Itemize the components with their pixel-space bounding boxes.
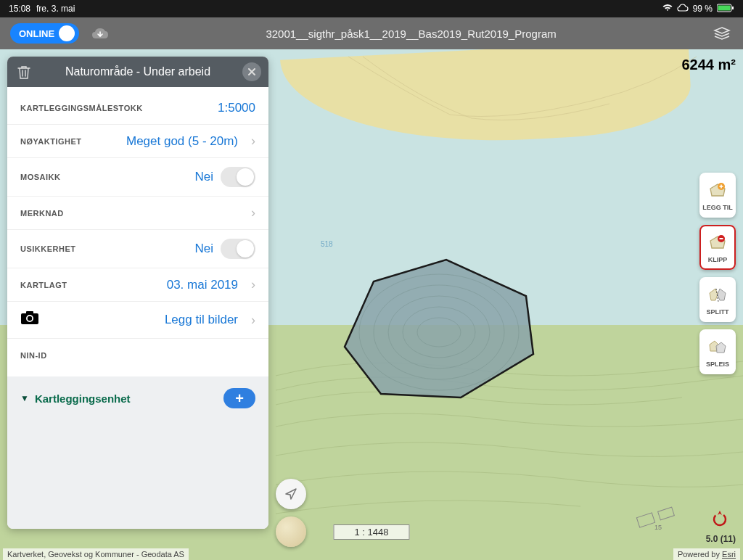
attribution-left: Kartverket, Geovekst og Kommuner - Geoda…	[3, 548, 189, 560]
note-label: MERKNAD	[20, 209, 245, 218]
section-title: Kartleggingsenhet	[35, 392, 223, 405]
svg-rect-8	[636, 513, 654, 527]
chevron-right-icon: ›	[251, 277, 255, 292]
uncertainty-label: USIKKERHET	[20, 244, 194, 253]
svg-rect-2	[732, 7, 734, 9]
map-scale: 1 : 1448	[334, 524, 410, 540]
battery-icon	[717, 4, 734, 15]
add-unit-button[interactable]: +	[223, 388, 255, 408]
delete-button[interactable]	[15, 62, 33, 81]
svg-rect-14	[26, 311, 33, 314]
layers-button[interactable]	[711, 22, 733, 44]
panel-fill	[7, 420, 268, 529]
mosaic-label: MOSAIKK	[20, 173, 194, 181]
cloud-sync-icon	[677, 4, 689, 15]
accuracy-label: NØYAKTIGHET	[20, 137, 126, 146]
chevron-right-icon: ›	[251, 313, 255, 328]
status-date: fre. 3. mai	[36, 4, 75, 14]
project-title: 32001__sigthr_påsk1__2019__Bas2019_Rut20…	[111, 28, 711, 40]
row-accuracy[interactable]: NØYAKTIGHET Meget god (5 - 20m) ›	[7, 125, 268, 158]
mapped-value: 03. mai 2019	[167, 278, 238, 292]
chevron-right-icon: ›	[251, 133, 255, 149]
scale-value: 1:5000	[218, 101, 255, 115]
selected-polygon[interactable]	[330, 252, 548, 405]
online-toggle[interactable]: ONLINE	[10, 23, 79, 44]
float-buttons	[276, 479, 306, 547]
basemap-button[interactable]	[276, 516, 306, 547]
tool-add[interactable]: LEGG TIL	[699, 173, 736, 218]
cloud-download-button[interactable]	[89, 22, 111, 44]
row-scale[interactable]: KARTLEGGINGSMÅLESTOKK 1:5000	[7, 91, 268, 125]
accuracy-value: Meget god (5 - 20m)	[126, 134, 238, 149]
add-polygon-icon	[707, 180, 728, 202]
tool-split[interactable]: SPLITT	[699, 277, 736, 322]
tool-add-label: LEGG TIL	[702, 204, 733, 211]
tool-merge[interactable]: SPLEIS	[699, 329, 736, 374]
row-nin: NIN-ID	[7, 339, 268, 372]
feature-panel: Naturområde - Under arbeid KARTLEGGINGSM…	[7, 57, 268, 529]
tool-merge-label: SPLEIS	[706, 361, 729, 368]
row-mosaic: MOSAIKK Nei	[7, 158, 268, 197]
wifi-icon	[662, 4, 673, 15]
top-toolbar: ONLINE 32001__sigthr_påsk1__2019__Bas201…	[0, 17, 743, 49]
panel-section[interactable]: ▼ Kartleggingsenhet +	[7, 376, 268, 420]
camera-icon	[20, 310, 39, 329]
mosaic-value: Nei	[194, 170, 213, 184]
svg-point-13	[28, 316, 32, 321]
panel-title: Naturområde - Under arbeid	[33, 65, 242, 78]
row-mapped[interactable]: KARTLAGT 03. mai 2019 ›	[7, 268, 268, 302]
clip-polygon-icon	[707, 232, 728, 254]
online-label: ONLINE	[19, 28, 54, 39]
main-area: 518 15 6244 m² Naturområde -	[0, 49, 743, 560]
tool-split-label: SPLITT	[707, 308, 729, 316]
row-uncertainty: USIKKERHET Nei	[7, 230, 268, 268]
attribution-right: Powered by Esri	[673, 548, 740, 560]
svg-rect-9	[658, 507, 675, 520]
battery-percent: 99 %	[693, 4, 713, 14]
tool-clip-label: KLIPP	[708, 256, 728, 263]
svg-rect-17	[720, 238, 723, 239]
close-button[interactable]	[242, 62, 261, 81]
tool-clip[interactable]: KLIPP	[699, 225, 736, 270]
caret-down-icon: ▼	[20, 393, 29, 403]
row-photos[interactable]: Legg til bilder ›	[7, 302, 268, 339]
panel-body: KARTLEGGINGSMÅLESTOKK 1:5000 NØYAKTIGHET…	[7, 87, 268, 376]
chevron-right-icon: ›	[251, 205, 255, 221]
status-bar: 15:08 fre. 3. mai 99 %	[0, 0, 743, 17]
split-polygon-icon	[707, 284, 728, 306]
compass-value: 5.0 (11)	[706, 534, 736, 544]
svg-text:15: 15	[654, 524, 662, 531]
svg-rect-1	[718, 5, 731, 10]
map-buildings: 15	[634, 502, 678, 531]
map-tools: LEGG TIL KLIPP SPLITT SPLEIS	[699, 173, 736, 374]
esri-link[interactable]: Esri	[722, 550, 736, 559]
mosaic-toggle[interactable]	[221, 167, 255, 187]
row-note[interactable]: MERKNAD ›	[7, 197, 268, 230]
panel-header: Naturområde - Under arbeid	[7, 57, 268, 87]
online-knob	[59, 25, 75, 41]
nin-label: NIN-ID	[20, 351, 255, 360]
compass-button[interactable]	[711, 509, 728, 531]
locate-button[interactable]	[276, 479, 306, 509]
depth-label: 518	[321, 240, 333, 248]
uncertainty-value: Nei	[194, 242, 213, 256]
photos-action: Legg til bilder	[165, 313, 238, 327]
scale-label: KARTLEGGINGSMÅLESTOKK	[20, 104, 218, 112]
status-time: 15:08	[9, 4, 30, 14]
merge-polygon-icon	[707, 337, 728, 358]
area-badge: 6244 m²	[682, 57, 736, 73]
uncertainty-toggle[interactable]	[221, 239, 255, 259]
mapped-label: KARTLAGT	[20, 281, 167, 289]
